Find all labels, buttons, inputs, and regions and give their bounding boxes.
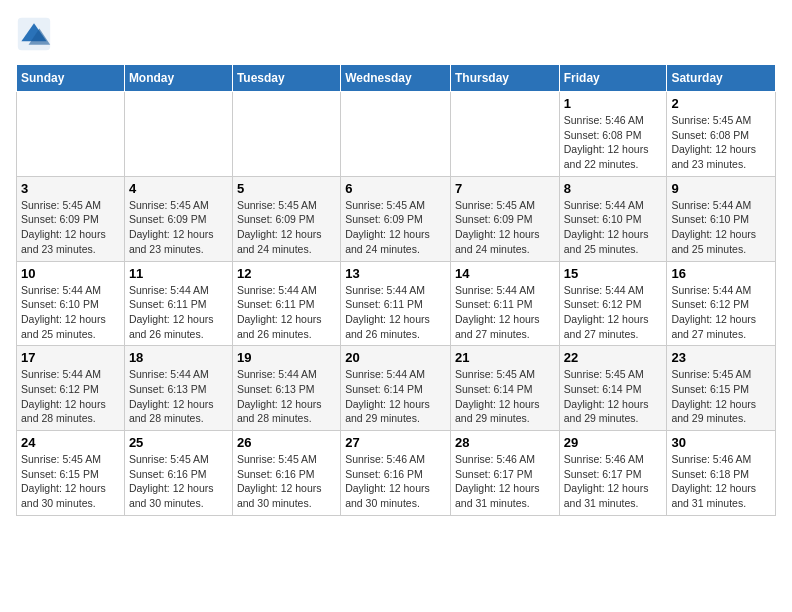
day-info: Sunrise: 5:45 AM Sunset: 6:14 PM Dayligh… — [455, 367, 555, 426]
calendar-cell: 15Sunrise: 5:44 AM Sunset: 6:12 PM Dayli… — [559, 261, 667, 346]
calendar-cell: 10Sunrise: 5:44 AM Sunset: 6:10 PM Dayli… — [17, 261, 125, 346]
calendar-cell: 26Sunrise: 5:45 AM Sunset: 6:16 PM Dayli… — [232, 431, 340, 516]
day-number: 28 — [455, 435, 555, 450]
logo — [16, 16, 58, 52]
page-header — [16, 16, 776, 52]
day-number: 22 — [564, 350, 663, 365]
day-number: 15 — [564, 266, 663, 281]
day-number: 4 — [129, 181, 228, 196]
day-info: Sunrise: 5:44 AM Sunset: 6:12 PM Dayligh… — [564, 283, 663, 342]
calendar-cell: 17Sunrise: 5:44 AM Sunset: 6:12 PM Dayli… — [17, 346, 125, 431]
day-number: 25 — [129, 435, 228, 450]
day-number: 17 — [21, 350, 120, 365]
weekday-header-monday: Monday — [124, 65, 232, 92]
day-info: Sunrise: 5:45 AM Sunset: 6:14 PM Dayligh… — [564, 367, 663, 426]
day-info: Sunrise: 5:45 AM Sunset: 6:09 PM Dayligh… — [21, 198, 120, 257]
day-number: 20 — [345, 350, 446, 365]
calendar-cell — [17, 92, 125, 177]
calendar-cell: 7Sunrise: 5:45 AM Sunset: 6:09 PM Daylig… — [450, 176, 559, 261]
calendar-cell: 28Sunrise: 5:46 AM Sunset: 6:17 PM Dayli… — [450, 431, 559, 516]
day-number: 16 — [671, 266, 771, 281]
day-info: Sunrise: 5:45 AM Sunset: 6:15 PM Dayligh… — [671, 367, 771, 426]
calendar-cell: 14Sunrise: 5:44 AM Sunset: 6:11 PM Dayli… — [450, 261, 559, 346]
calendar-cell: 3Sunrise: 5:45 AM Sunset: 6:09 PM Daylig… — [17, 176, 125, 261]
calendar-cell — [341, 92, 451, 177]
day-number: 21 — [455, 350, 555, 365]
day-info: Sunrise: 5:46 AM Sunset: 6:17 PM Dayligh… — [455, 452, 555, 511]
day-number: 10 — [21, 266, 120, 281]
day-number: 11 — [129, 266, 228, 281]
calendar-cell: 9Sunrise: 5:44 AM Sunset: 6:10 PM Daylig… — [667, 176, 776, 261]
day-number: 27 — [345, 435, 446, 450]
calendar-cell — [232, 92, 340, 177]
day-number: 14 — [455, 266, 555, 281]
day-number: 30 — [671, 435, 771, 450]
day-info: Sunrise: 5:44 AM Sunset: 6:10 PM Dayligh… — [671, 198, 771, 257]
calendar-cell: 23Sunrise: 5:45 AM Sunset: 6:15 PM Dayli… — [667, 346, 776, 431]
day-number: 8 — [564, 181, 663, 196]
day-number: 3 — [21, 181, 120, 196]
calendar-cell: 20Sunrise: 5:44 AM Sunset: 6:14 PM Dayli… — [341, 346, 451, 431]
weekday-header-row: SundayMondayTuesdayWednesdayThursdayFrid… — [17, 65, 776, 92]
day-info: Sunrise: 5:45 AM Sunset: 6:09 PM Dayligh… — [237, 198, 336, 257]
day-info: Sunrise: 5:44 AM Sunset: 6:12 PM Dayligh… — [671, 283, 771, 342]
calendar-cell: 19Sunrise: 5:44 AM Sunset: 6:13 PM Dayli… — [232, 346, 340, 431]
calendar-cell: 8Sunrise: 5:44 AM Sunset: 6:10 PM Daylig… — [559, 176, 667, 261]
calendar-cell: 21Sunrise: 5:45 AM Sunset: 6:14 PM Dayli… — [450, 346, 559, 431]
calendar-week-3: 17Sunrise: 5:44 AM Sunset: 6:12 PM Dayli… — [17, 346, 776, 431]
weekday-header-thursday: Thursday — [450, 65, 559, 92]
calendar-cell — [450, 92, 559, 177]
day-number: 6 — [345, 181, 446, 196]
calendar-cell: 24Sunrise: 5:45 AM Sunset: 6:15 PM Dayli… — [17, 431, 125, 516]
day-info: Sunrise: 5:44 AM Sunset: 6:10 PM Dayligh… — [564, 198, 663, 257]
calendar-table: SundayMondayTuesdayWednesdayThursdayFrid… — [16, 64, 776, 516]
calendar-week-4: 24Sunrise: 5:45 AM Sunset: 6:15 PM Dayli… — [17, 431, 776, 516]
calendar-cell: 5Sunrise: 5:45 AM Sunset: 6:09 PM Daylig… — [232, 176, 340, 261]
day-info: Sunrise: 5:45 AM Sunset: 6:09 PM Dayligh… — [455, 198, 555, 257]
day-info: Sunrise: 5:44 AM Sunset: 6:13 PM Dayligh… — [237, 367, 336, 426]
logo-icon — [16, 16, 52, 52]
day-info: Sunrise: 5:44 AM Sunset: 6:11 PM Dayligh… — [345, 283, 446, 342]
day-info: Sunrise: 5:46 AM Sunset: 6:18 PM Dayligh… — [671, 452, 771, 511]
day-number: 5 — [237, 181, 336, 196]
day-info: Sunrise: 5:44 AM Sunset: 6:14 PM Dayligh… — [345, 367, 446, 426]
calendar-cell: 27Sunrise: 5:46 AM Sunset: 6:16 PM Dayli… — [341, 431, 451, 516]
weekday-header-sunday: Sunday — [17, 65, 125, 92]
day-number: 18 — [129, 350, 228, 365]
calendar-week-2: 10Sunrise: 5:44 AM Sunset: 6:10 PM Dayli… — [17, 261, 776, 346]
weekday-header-saturday: Saturday — [667, 65, 776, 92]
weekday-header-friday: Friday — [559, 65, 667, 92]
calendar-cell — [124, 92, 232, 177]
day-number: 26 — [237, 435, 336, 450]
day-info: Sunrise: 5:45 AM Sunset: 6:09 PM Dayligh… — [129, 198, 228, 257]
calendar-cell: 12Sunrise: 5:44 AM Sunset: 6:11 PM Dayli… — [232, 261, 340, 346]
day-info: Sunrise: 5:46 AM Sunset: 6:17 PM Dayligh… — [564, 452, 663, 511]
day-number: 12 — [237, 266, 336, 281]
calendar-cell: 2Sunrise: 5:45 AM Sunset: 6:08 PM Daylig… — [667, 92, 776, 177]
day-info: Sunrise: 5:44 AM Sunset: 6:11 PM Dayligh… — [455, 283, 555, 342]
calendar-cell: 6Sunrise: 5:45 AM Sunset: 6:09 PM Daylig… — [341, 176, 451, 261]
calendar-cell: 13Sunrise: 5:44 AM Sunset: 6:11 PM Dayli… — [341, 261, 451, 346]
day-info: Sunrise: 5:44 AM Sunset: 6:12 PM Dayligh… — [21, 367, 120, 426]
calendar-cell: 25Sunrise: 5:45 AM Sunset: 6:16 PM Dayli… — [124, 431, 232, 516]
day-number: 9 — [671, 181, 771, 196]
weekday-header-wednesday: Wednesday — [341, 65, 451, 92]
calendar-body: 1Sunrise: 5:46 AM Sunset: 6:08 PM Daylig… — [17, 92, 776, 516]
calendar-cell: 4Sunrise: 5:45 AM Sunset: 6:09 PM Daylig… — [124, 176, 232, 261]
day-info: Sunrise: 5:45 AM Sunset: 6:16 PM Dayligh… — [129, 452, 228, 511]
day-info: Sunrise: 5:45 AM Sunset: 6:08 PM Dayligh… — [671, 113, 771, 172]
calendar-cell: 1Sunrise: 5:46 AM Sunset: 6:08 PM Daylig… — [559, 92, 667, 177]
day-info: Sunrise: 5:44 AM Sunset: 6:13 PM Dayligh… — [129, 367, 228, 426]
day-number: 29 — [564, 435, 663, 450]
calendar-week-0: 1Sunrise: 5:46 AM Sunset: 6:08 PM Daylig… — [17, 92, 776, 177]
day-info: Sunrise: 5:46 AM Sunset: 6:16 PM Dayligh… — [345, 452, 446, 511]
day-number: 13 — [345, 266, 446, 281]
day-number: 19 — [237, 350, 336, 365]
day-info: Sunrise: 5:45 AM Sunset: 6:15 PM Dayligh… — [21, 452, 120, 511]
calendar-cell: 16Sunrise: 5:44 AM Sunset: 6:12 PM Dayli… — [667, 261, 776, 346]
calendar-cell: 18Sunrise: 5:44 AM Sunset: 6:13 PM Dayli… — [124, 346, 232, 431]
day-info: Sunrise: 5:45 AM Sunset: 6:09 PM Dayligh… — [345, 198, 446, 257]
day-info: Sunrise: 5:44 AM Sunset: 6:11 PM Dayligh… — [237, 283, 336, 342]
calendar-cell: 22Sunrise: 5:45 AM Sunset: 6:14 PM Dayli… — [559, 346, 667, 431]
day-number: 2 — [671, 96, 771, 111]
